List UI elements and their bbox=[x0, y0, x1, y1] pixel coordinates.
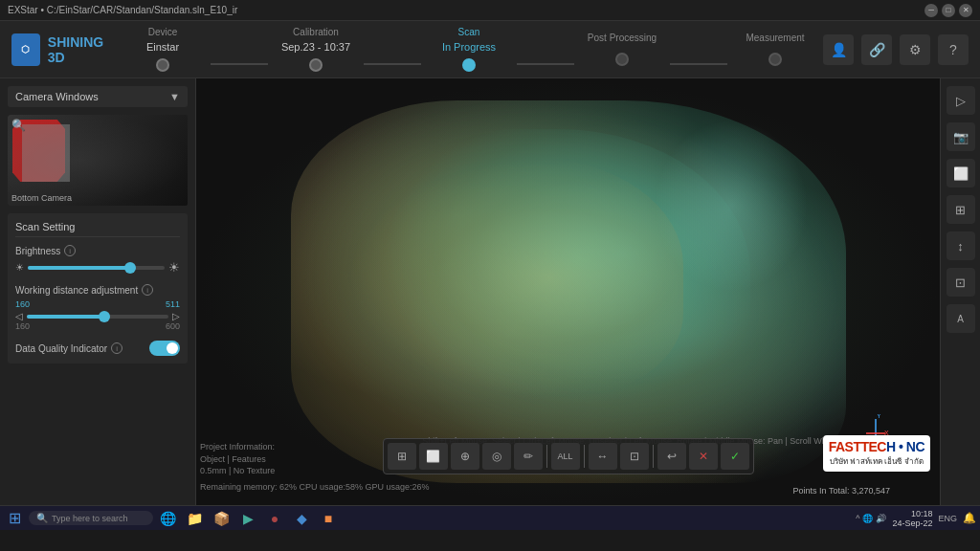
clock-date: 24-Sep-22 bbox=[892, 518, 932, 528]
logo-icon: ⬡ bbox=[11, 33, 40, 66]
distance-slider[interactable] bbox=[27, 315, 168, 319]
maximize-button[interactable]: □ bbox=[942, 4, 955, 17]
right-btn-grid[interactable]: ⊞ bbox=[947, 195, 975, 224]
measurement-label: Measurement bbox=[746, 33, 804, 43]
project-info: Project Information: Object | Features 0… bbox=[196, 437, 278, 481]
brightness-thumb bbox=[124, 262, 136, 274]
taskbar-explorer-icon[interactable]: 📁 bbox=[184, 508, 205, 529]
lang-indicator[interactable]: ENG bbox=[938, 514, 957, 523]
center-view[interactable]: Data Editing/Generate Point Clouds Shift… bbox=[196, 78, 940, 505]
calibration-label: Calibration bbox=[293, 27, 339, 37]
scan-setting-title: Scan Setting bbox=[15, 221, 180, 237]
scan-dot bbox=[462, 58, 476, 72]
workflow-step-measurement[interactable]: Measurement bbox=[727, 33, 823, 66]
taskbar-edge-icon[interactable]: 🌐 bbox=[157, 508, 178, 529]
distance-fill bbox=[27, 315, 104, 319]
range-max: 600 bbox=[166, 321, 180, 331]
device-dot bbox=[156, 58, 169, 72]
cancel-button[interactable]: ✕ bbox=[689, 443, 718, 470]
taskbar: ⊞ 🔍 Type here to search 🌐 📁 📦 ▶ ● ◆ ■ ^ … bbox=[0, 505, 980, 530]
right-btn-rect[interactable]: ⬜ bbox=[947, 159, 975, 187]
measurement-dot bbox=[768, 53, 782, 66]
brightness-slider-container: ☀ ☀ bbox=[15, 260, 180, 275]
right-btn-text[interactable]: A bbox=[947, 304, 975, 333]
header-icons: 👤 🔗 ⚙ ? bbox=[823, 34, 969, 65]
camera-preview-image: Bottom Camera bbox=[8, 115, 188, 206]
brightness-info-icon[interactable]: i bbox=[64, 245, 76, 256]
workflow-step-postprocessing[interactable]: Post Processing bbox=[574, 33, 670, 66]
taskbar-app3-icon[interactable]: ◆ bbox=[291, 508, 312, 529]
working-distance-setting: Working distance adjustment i 160 511 ◁ … bbox=[15, 284, 180, 331]
close-button[interactable]: ✕ bbox=[959, 4, 972, 17]
svg-text:Y: Y bbox=[877, 414, 881, 419]
scan-value: In Progress bbox=[442, 41, 496, 53]
taskbar-store-icon[interactable]: 📦 bbox=[211, 508, 232, 529]
select-rect-button[interactable]: ⊞ bbox=[388, 443, 416, 470]
start-menu-button[interactable]: ⊞ bbox=[4, 508, 25, 529]
taskbar-app1-icon[interactable]: ▶ bbox=[237, 508, 258, 529]
titlebar: EXStar • C:/EinStar/CAR/Standan/Standan.… bbox=[0, 0, 980, 21]
workflow-step-scan[interactable]: Scan In Progress bbox=[421, 27, 517, 72]
minimize-button[interactable]: ─ bbox=[924, 4, 938, 17]
share-icon-btn[interactable]: 🔗 bbox=[861, 34, 892, 65]
search-icon: 🔍 bbox=[36, 513, 48, 523]
mesh-layer-3 bbox=[655, 120, 808, 292]
select-all-button[interactable]: ALL bbox=[551, 443, 580, 470]
brush-button[interactable]: ◎ bbox=[482, 443, 511, 470]
left-panel: Camera Windows ▼ Bottom Camera 🔍 Scan Se… bbox=[0, 78, 196, 505]
workflow-step-calibration[interactable]: Calibration Sep.23 - 10:37 bbox=[268, 27, 364, 72]
scan-setting-section: Scan Setting Brightness i ☀ ☀ bbox=[8, 213, 188, 364]
brightness-slider[interactable] bbox=[28, 266, 165, 270]
camera-windows-chevron[interactable]: ▼ bbox=[169, 91, 180, 102]
distance-low-icon: ◁ bbox=[15, 311, 23, 321]
workflow-step-device[interactable]: Device Einstar bbox=[115, 27, 211, 72]
camera-windows-header[interactable]: Camera Windows ▼ bbox=[8, 86, 188, 107]
tray-volume[interactable]: 🔊 bbox=[876, 514, 886, 523]
transform-button[interactable]: ↔ bbox=[589, 443, 617, 470]
main-content: Camera Windows ▼ Bottom Camera 🔍 Scan Se… bbox=[0, 78, 980, 505]
logo-text-area: SHINING 3D bbox=[48, 34, 115, 65]
taskbar-app4-icon[interactable]: ■ bbox=[318, 508, 339, 529]
select-tool-button[interactable]: ⊕ bbox=[451, 443, 479, 470]
taskbar-app2-icon[interactable]: ● bbox=[264, 508, 285, 529]
working-distance-info-icon[interactable]: i bbox=[142, 284, 153, 296]
brightness-setting: Brightness i ☀ ☀ bbox=[15, 245, 180, 275]
zoom-icon[interactable]: 🔍 bbox=[11, 119, 26, 132]
undo-button[interactable]: ↩ bbox=[657, 443, 686, 470]
confirm-button[interactable]: ✓ bbox=[721, 443, 749, 470]
notification-button[interactable]: 🔔 bbox=[963, 512, 976, 524]
device-value: Einstar bbox=[146, 41, 179, 53]
help-icon-btn[interactable]: ? bbox=[938, 34, 969, 65]
toolbar-separator-3 bbox=[653, 445, 654, 468]
tray-arrow[interactable]: ^ bbox=[856, 514, 859, 523]
data-quality-toggle[interactable] bbox=[149, 341, 180, 356]
data-quality-label: Data Quality Indicator i bbox=[15, 342, 122, 354]
brightness-high-icon: ☀ bbox=[168, 260, 180, 275]
right-btn-camera[interactable]: 📷 bbox=[947, 122, 975, 151]
right-btn-transform[interactable]: ↕ bbox=[947, 231, 975, 260]
distance-max-val: 511 bbox=[166, 299, 180, 309]
settings-icon-btn[interactable]: ⚙ bbox=[900, 34, 930, 65]
distance-current-labels: 160 511 bbox=[15, 299, 180, 309]
window-controls: ─ □ ✕ bbox=[924, 4, 972, 17]
title-text: EXStar • C:/EinStar/CAR/Standan/Standan.… bbox=[8, 5, 237, 15]
tray-network[interactable]: 🌐 bbox=[862, 514, 873, 523]
search-bar[interactable]: 🔍 Type here to search bbox=[29, 511, 153, 525]
data-quality-info-icon[interactable]: i bbox=[111, 342, 122, 354]
distance-thumb bbox=[99, 311, 110, 322]
select-lasso-button[interactable]: ⬜ bbox=[419, 443, 448, 470]
system-clock[interactable]: 10:18 24-Sep-22 bbox=[892, 509, 932, 528]
view-box-button[interactable]: ⊡ bbox=[620, 443, 649, 470]
workflow-bar: Device Einstar Calibration Sep.23 - 10:3… bbox=[115, 27, 823, 72]
memory-info: Remaining memory: 62% CPU usage:58% GPU … bbox=[196, 478, 434, 496]
workflow-line-3 bbox=[517, 63, 574, 65]
right-btn-box[interactable]: ⊡ bbox=[947, 268, 975, 297]
draw-button[interactable]: ✏ bbox=[514, 443, 543, 470]
camera-preview: Bottom Camera 🔍 bbox=[8, 115, 188, 206]
search-placeholder: Type here to search bbox=[52, 514, 128, 523]
toggle-knob bbox=[167, 342, 178, 354]
device-label: Device bbox=[148, 27, 178, 37]
postprocessing-label: Post Processing bbox=[588, 33, 657, 43]
user-icon-btn[interactable]: 👤 bbox=[823, 34, 854, 65]
right-btn-play[interactable]: ▷ bbox=[947, 86, 975, 115]
